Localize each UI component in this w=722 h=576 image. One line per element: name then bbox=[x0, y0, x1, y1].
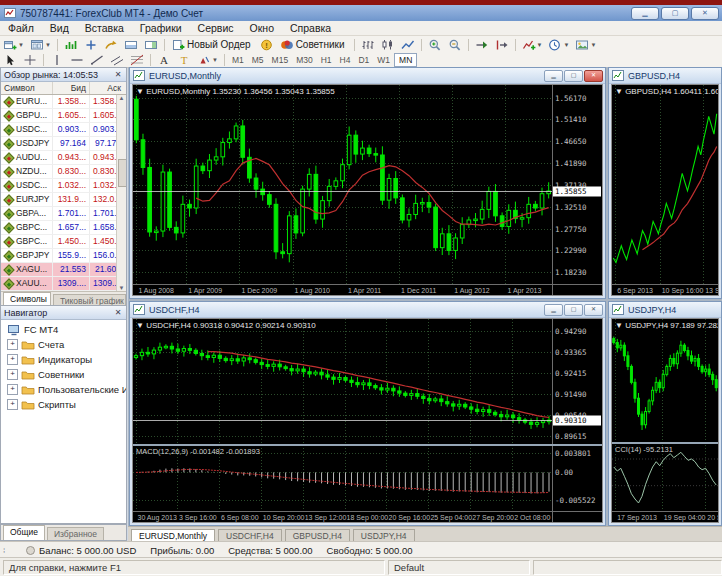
navigator-close-icon[interactable]: ✕ bbox=[113, 308, 123, 317]
indicators-button[interactable]: ▼ bbox=[520, 37, 545, 52]
symbol-row[interactable]: USDC...1.032...1.032... bbox=[1, 179, 126, 193]
navigator-header[interactable]: Навигатор ✕ bbox=[1, 306, 126, 320]
tree-item-Индикаторы[interactable]: +Индикаторы bbox=[1, 352, 126, 367]
menu-Окно[interactable]: Окно bbox=[242, 21, 282, 35]
menu-Сервис[interactable]: Сервис bbox=[190, 21, 242, 35]
zoom-out-button[interactable] bbox=[446, 37, 464, 52]
timeframe-D1[interactable]: D1 bbox=[354, 54, 373, 66]
expand-icon[interactable]: + bbox=[7, 384, 18, 395]
zoom-in-button[interactable] bbox=[426, 37, 444, 52]
horizontal-line-button[interactable] bbox=[68, 53, 86, 68]
timeframe-M30[interactable]: M30 bbox=[292, 54, 317, 66]
market-watch-scrollbar[interactable]: ▲▼ bbox=[116, 95, 126, 291]
vertical-line-button[interactable] bbox=[48, 53, 66, 68]
usdchf-chart-canvas[interactable]: 0.942900.933650.924150.914900.905400.896… bbox=[132, 318, 603, 523]
market-watch-toggle[interactable] bbox=[62, 37, 80, 52]
strategy-tester-toggle[interactable] bbox=[142, 37, 160, 52]
cursor-button[interactable] bbox=[1, 53, 19, 68]
tree-item-Советники[interactable]: +Советники bbox=[1, 367, 126, 382]
chart-line-button[interactable] bbox=[399, 37, 417, 52]
crosshair-button[interactable] bbox=[21, 53, 39, 68]
market-watch-column-headers[interactable]: СимволБидАск bbox=[1, 82, 126, 95]
navigator-tab-Общие[interactable]: Общие bbox=[3, 525, 45, 540]
close-button[interactable]: ✕ bbox=[691, 7, 719, 20]
timeframe-M1[interactable]: M1 bbox=[228, 54, 248, 66]
menu-Справка[interactable]: Справка bbox=[282, 21, 339, 35]
chart-window-usdchf[interactable]: USDCHF,H4 ▁ ▢ ✕ 0.942900.933650.924150.9… bbox=[129, 301, 606, 526]
symbol-row[interactable]: EURJPY131.9...132.0... bbox=[1, 193, 126, 207]
terminal-toggle[interactable] bbox=[122, 37, 140, 52]
chart-window-usdjpy[interactable]: USDJPY,H4 CCI(14) -95.213117 Sep 201319 … bbox=[608, 301, 722, 526]
arrows-button[interactable]: ▼ bbox=[195, 53, 220, 68]
menu-Графики[interactable]: Графики bbox=[132, 21, 190, 35]
chart-restore-button[interactable]: ▢ bbox=[564, 70, 583, 82]
titlebar[interactable]: 750787441: ForexClub MT4 - Демо Счет ▁ ▢… bbox=[0, 5, 722, 21]
chart-window-gbpusd[interactable]: GBPUSD,H4 6 Sep 201310 Sep 16:0013 Sep 0… bbox=[608, 67, 722, 299]
symbol-row[interactable]: NZDU...0.830...0.830... bbox=[1, 165, 126, 179]
market-watch-header[interactable]: Обзор рынка: 14:05:53 ✕ bbox=[1, 68, 126, 82]
chart-window-usdjpy-titlebar[interactable]: USDJPY,H4 bbox=[609, 302, 721, 318]
tree-item-Счета[interactable]: +Счета bbox=[1, 337, 126, 352]
symbol-row[interactable]: GBPC...1.450...1.450... bbox=[1, 235, 126, 249]
timeframe-W1[interactable]: W1 bbox=[373, 54, 394, 66]
column-header-ask[interactable]: Аск bbox=[90, 82, 124, 94]
symbol-row[interactable]: USDC...0.903...0.903... bbox=[1, 123, 126, 137]
fibonacci-button[interactable] bbox=[128, 53, 146, 68]
profiles-button[interactable]: ▼ bbox=[28, 37, 53, 52]
menu-Вставка[interactable]: Вставка bbox=[77, 21, 132, 35]
chart-window-eurusd[interactable]: EURUSD,Monthly ▁ ▢ ✕ 1.561701.514101.466… bbox=[129, 67, 606, 299]
eurusd-chart-canvas[interactable]: 1.561701.514101.466501.418901.371301.325… bbox=[132, 84, 603, 296]
expand-icon[interactable]: + bbox=[7, 354, 18, 365]
auto-scroll-button[interactable] bbox=[473, 37, 491, 52]
expert-advisors-button[interactable]: Советники bbox=[278, 37, 350, 52]
timeframe-H4[interactable]: H4 bbox=[336, 54, 355, 66]
templates-button[interactable]: ▼ bbox=[573, 37, 598, 52]
chart-window-gbpusd-titlebar[interactable]: GBPUSD,H4 bbox=[609, 68, 721, 84]
chart-candles-button[interactable] bbox=[379, 37, 397, 52]
symbol-row[interactable]: GBPU...1.605...1.605... bbox=[1, 109, 126, 123]
channel-button[interactable] bbox=[108, 53, 126, 68]
chart-shift-button[interactable] bbox=[493, 37, 511, 52]
usdjpy-chart-canvas[interactable]: CCI(14) -95.213117 Sep 201319 Sep 04:002… bbox=[611, 318, 719, 523]
chart-bars-button[interactable] bbox=[359, 37, 377, 52]
chart-window-eurusd-titlebar[interactable]: EURUSD,Monthly ▁ ▢ ✕ bbox=[130, 68, 605, 84]
market-watch-close-icon[interactable]: ✕ bbox=[113, 70, 123, 79]
gbpusd-chart-canvas[interactable]: 6 Sep 201310 Sep 16:0013 Sep 08:00▼ GBPU… bbox=[611, 84, 719, 296]
new-order-button[interactable]: Новый Ордер bbox=[169, 37, 256, 52]
symbol-row[interactable]: GBPA...1.701...1.701... bbox=[1, 207, 126, 221]
status-profile[interactable]: Default bbox=[388, 560, 530, 575]
text-button[interactable]: A bbox=[155, 53, 173, 68]
minimize-button[interactable]: ▁ bbox=[631, 7, 659, 20]
tree-item-Пользовательские Инди[interactable]: +Пользовательские Инди bbox=[1, 382, 126, 397]
new-chart-button[interactable]: ▼ bbox=[1, 37, 26, 52]
symbol-row[interactable]: AUDU...0.943...0.943... bbox=[1, 151, 126, 165]
navigator-tab-Избранное[interactable]: Избранное bbox=[47, 527, 104, 540]
menu-Файл[interactable]: Файл bbox=[0, 21, 42, 35]
timeframe-MN[interactable]: MN bbox=[394, 53, 417, 67]
expand-icon[interactable]: + bbox=[7, 369, 18, 380]
text-label-button[interactable]: T bbox=[175, 53, 193, 68]
terminal-handle[interactable]: ⁞ bbox=[0, 546, 8, 555]
expand-icon[interactable]: + bbox=[7, 339, 18, 350]
chart-close-button[interactable]: ✕ bbox=[584, 304, 603, 316]
periods-button[interactable]: ▼ bbox=[546, 37, 571, 52]
metaeditor-button[interactable]: ! bbox=[258, 37, 276, 52]
tree-item-Скрипты[interactable]: +Скрипты bbox=[1, 397, 126, 412]
chart-close-button[interactable]: ✕ bbox=[584, 70, 603, 82]
scrollbar-thumb[interactable] bbox=[118, 159, 126, 187]
symbol-row[interactable]: GBPJPY155.9...156.0... bbox=[1, 249, 126, 263]
column-header-sym[interactable]: Символ bbox=[1, 82, 53, 94]
symbol-row[interactable]: XAGU...21.55321.605 bbox=[1, 263, 126, 277]
column-header-bid[interactable]: Бид bbox=[53, 82, 90, 94]
navigator-toggle[interactable] bbox=[102, 37, 120, 52]
expand-icon[interactable]: + bbox=[7, 399, 18, 410]
symbol-row[interactable]: XAUU...1309....1309.... bbox=[1, 277, 126, 291]
maximize-button[interactable]: ▢ bbox=[661, 7, 689, 20]
tree-root[interactable]: FC MT4 bbox=[1, 322, 126, 337]
symbol-row[interactable]: EURU...1.358...1.358... bbox=[1, 95, 126, 109]
timeframe-M15[interactable]: M15 bbox=[268, 54, 293, 66]
chart-minimize-button[interactable]: ▁ bbox=[544, 70, 563, 82]
menu-Вид[interactable]: Вид bbox=[42, 21, 77, 35]
chart-minimize-button[interactable]: ▁ bbox=[544, 304, 563, 316]
chart-window-usdchf-titlebar[interactable]: USDCHF,H4 ▁ ▢ ✕ bbox=[130, 302, 605, 318]
